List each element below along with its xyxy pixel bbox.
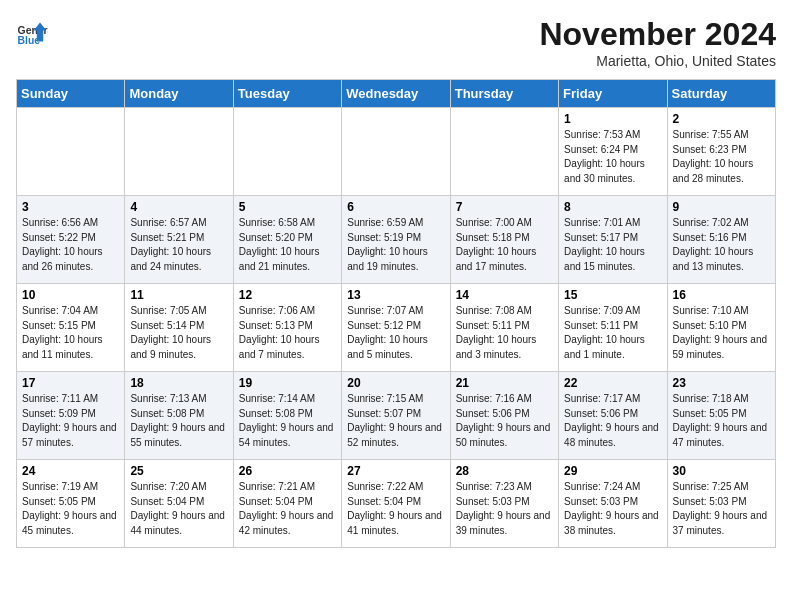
calendar-cell: 21Sunrise: 7:16 AM Sunset: 5:06 PM Dayli… — [450, 372, 558, 460]
week-row-4: 17Sunrise: 7:11 AM Sunset: 5:09 PM Dayli… — [17, 372, 776, 460]
day-number: 28 — [456, 464, 553, 478]
calendar-cell: 2Sunrise: 7:55 AM Sunset: 6:23 PM Daylig… — [667, 108, 775, 196]
day-header-thursday: Thursday — [450, 80, 558, 108]
day-number: 6 — [347, 200, 444, 214]
header-row: SundayMondayTuesdayWednesdayThursdayFrid… — [17, 80, 776, 108]
calendar-cell — [233, 108, 341, 196]
day-number: 9 — [673, 200, 770, 214]
cell-info: Sunrise: 7:16 AM Sunset: 5:06 PM Dayligh… — [456, 392, 553, 450]
calendar-cell: 24Sunrise: 7:19 AM Sunset: 5:05 PM Dayli… — [17, 460, 125, 548]
calendar-cell: 1Sunrise: 7:53 AM Sunset: 6:24 PM Daylig… — [559, 108, 667, 196]
title-area: November 2024 Marietta, Ohio, United Sta… — [539, 16, 776, 69]
day-number: 7 — [456, 200, 553, 214]
cell-info: Sunrise: 7:21 AM Sunset: 5:04 PM Dayligh… — [239, 480, 336, 538]
calendar-cell: 8Sunrise: 7:01 AM Sunset: 5:17 PM Daylig… — [559, 196, 667, 284]
day-number: 3 — [22, 200, 119, 214]
day-number: 20 — [347, 376, 444, 390]
day-number: 17 — [22, 376, 119, 390]
cell-info: Sunrise: 7:15 AM Sunset: 5:07 PM Dayligh… — [347, 392, 444, 450]
cell-info: Sunrise: 7:13 AM Sunset: 5:08 PM Dayligh… — [130, 392, 227, 450]
calendar-cell: 9Sunrise: 7:02 AM Sunset: 5:16 PM Daylig… — [667, 196, 775, 284]
calendar-cell: 22Sunrise: 7:17 AM Sunset: 5:06 PM Dayli… — [559, 372, 667, 460]
calendar-cell: 10Sunrise: 7:04 AM Sunset: 5:15 PM Dayli… — [17, 284, 125, 372]
calendar-cell: 5Sunrise: 6:58 AM Sunset: 5:20 PM Daylig… — [233, 196, 341, 284]
calendar-cell — [450, 108, 558, 196]
day-number: 16 — [673, 288, 770, 302]
cell-info: Sunrise: 7:08 AM Sunset: 5:11 PM Dayligh… — [456, 304, 553, 362]
location: Marietta, Ohio, United States — [539, 53, 776, 69]
day-number: 10 — [22, 288, 119, 302]
day-number: 1 — [564, 112, 661, 126]
cell-info: Sunrise: 7:10 AM Sunset: 5:10 PM Dayligh… — [673, 304, 770, 362]
calendar-cell — [342, 108, 450, 196]
calendar-cell: 28Sunrise: 7:23 AM Sunset: 5:03 PM Dayli… — [450, 460, 558, 548]
header: General Blue November 2024 Marietta, Ohi… — [16, 16, 776, 69]
calendar-cell: 23Sunrise: 7:18 AM Sunset: 5:05 PM Dayli… — [667, 372, 775, 460]
cell-info: Sunrise: 7:04 AM Sunset: 5:15 PM Dayligh… — [22, 304, 119, 362]
logo: General Blue — [16, 16, 48, 48]
calendar-cell: 29Sunrise: 7:24 AM Sunset: 5:03 PM Dayli… — [559, 460, 667, 548]
calendar-cell: 4Sunrise: 6:57 AM Sunset: 5:21 PM Daylig… — [125, 196, 233, 284]
calendar-cell: 14Sunrise: 7:08 AM Sunset: 5:11 PM Dayli… — [450, 284, 558, 372]
day-number: 19 — [239, 376, 336, 390]
cell-info: Sunrise: 7:18 AM Sunset: 5:05 PM Dayligh… — [673, 392, 770, 450]
day-number: 18 — [130, 376, 227, 390]
cell-info: Sunrise: 7:07 AM Sunset: 5:12 PM Dayligh… — [347, 304, 444, 362]
week-row-3: 10Sunrise: 7:04 AM Sunset: 5:15 PM Dayli… — [17, 284, 776, 372]
day-number: 2 — [673, 112, 770, 126]
day-header-sunday: Sunday — [17, 80, 125, 108]
calendar-cell: 6Sunrise: 6:59 AM Sunset: 5:19 PM Daylig… — [342, 196, 450, 284]
calendar-cell — [125, 108, 233, 196]
cell-info: Sunrise: 7:17 AM Sunset: 5:06 PM Dayligh… — [564, 392, 661, 450]
day-number: 29 — [564, 464, 661, 478]
day-number: 12 — [239, 288, 336, 302]
day-header-saturday: Saturday — [667, 80, 775, 108]
cell-info: Sunrise: 7:22 AM Sunset: 5:04 PM Dayligh… — [347, 480, 444, 538]
calendar-cell: 13Sunrise: 7:07 AM Sunset: 5:12 PM Dayli… — [342, 284, 450, 372]
calendar-cell: 16Sunrise: 7:10 AM Sunset: 5:10 PM Dayli… — [667, 284, 775, 372]
day-number: 15 — [564, 288, 661, 302]
cell-info: Sunrise: 7:20 AM Sunset: 5:04 PM Dayligh… — [130, 480, 227, 538]
calendar-cell: 11Sunrise: 7:05 AM Sunset: 5:14 PM Dayli… — [125, 284, 233, 372]
calendar-cell: 19Sunrise: 7:14 AM Sunset: 5:08 PM Dayli… — [233, 372, 341, 460]
cell-info: Sunrise: 7:14 AM Sunset: 5:08 PM Dayligh… — [239, 392, 336, 450]
cell-info: Sunrise: 7:09 AM Sunset: 5:11 PM Dayligh… — [564, 304, 661, 362]
day-header-tuesday: Tuesday — [233, 80, 341, 108]
cell-info: Sunrise: 7:19 AM Sunset: 5:05 PM Dayligh… — [22, 480, 119, 538]
day-header-monday: Monday — [125, 80, 233, 108]
month-title: November 2024 — [539, 16, 776, 53]
cell-info: Sunrise: 6:56 AM Sunset: 5:22 PM Dayligh… — [22, 216, 119, 274]
week-row-1: 1Sunrise: 7:53 AM Sunset: 6:24 PM Daylig… — [17, 108, 776, 196]
calendar-cell: 30Sunrise: 7:25 AM Sunset: 5:03 PM Dayli… — [667, 460, 775, 548]
cell-info: Sunrise: 7:00 AM Sunset: 5:18 PM Dayligh… — [456, 216, 553, 274]
cell-info: Sunrise: 7:01 AM Sunset: 5:17 PM Dayligh… — [564, 216, 661, 274]
cell-info: Sunrise: 7:24 AM Sunset: 5:03 PM Dayligh… — [564, 480, 661, 538]
day-number: 8 — [564, 200, 661, 214]
calendar-cell: 3Sunrise: 6:56 AM Sunset: 5:22 PM Daylig… — [17, 196, 125, 284]
calendar-cell — [17, 108, 125, 196]
cell-info: Sunrise: 7:25 AM Sunset: 5:03 PM Dayligh… — [673, 480, 770, 538]
day-number: 13 — [347, 288, 444, 302]
cell-info: Sunrise: 7:06 AM Sunset: 5:13 PM Dayligh… — [239, 304, 336, 362]
calendar-cell: 17Sunrise: 7:11 AM Sunset: 5:09 PM Dayli… — [17, 372, 125, 460]
calendar-cell: 20Sunrise: 7:15 AM Sunset: 5:07 PM Dayli… — [342, 372, 450, 460]
cell-info: Sunrise: 7:55 AM Sunset: 6:23 PM Dayligh… — [673, 128, 770, 186]
day-number: 22 — [564, 376, 661, 390]
day-header-friday: Friday — [559, 80, 667, 108]
cell-info: Sunrise: 7:23 AM Sunset: 5:03 PM Dayligh… — [456, 480, 553, 538]
day-number: 25 — [130, 464, 227, 478]
cell-info: Sunrise: 6:57 AM Sunset: 5:21 PM Dayligh… — [130, 216, 227, 274]
cell-info: Sunrise: 7:05 AM Sunset: 5:14 PM Dayligh… — [130, 304, 227, 362]
calendar-table: SundayMondayTuesdayWednesdayThursdayFrid… — [16, 79, 776, 548]
cell-info: Sunrise: 7:02 AM Sunset: 5:16 PM Dayligh… — [673, 216, 770, 274]
day-number: 11 — [130, 288, 227, 302]
calendar-cell: 26Sunrise: 7:21 AM Sunset: 5:04 PM Dayli… — [233, 460, 341, 548]
day-number: 4 — [130, 200, 227, 214]
week-row-2: 3Sunrise: 6:56 AM Sunset: 5:22 PM Daylig… — [17, 196, 776, 284]
day-number: 30 — [673, 464, 770, 478]
day-number: 26 — [239, 464, 336, 478]
cell-info: Sunrise: 7:53 AM Sunset: 6:24 PM Dayligh… — [564, 128, 661, 186]
day-number: 14 — [456, 288, 553, 302]
calendar-cell: 7Sunrise: 7:00 AM Sunset: 5:18 PM Daylig… — [450, 196, 558, 284]
calendar-cell: 15Sunrise: 7:09 AM Sunset: 5:11 PM Dayli… — [559, 284, 667, 372]
